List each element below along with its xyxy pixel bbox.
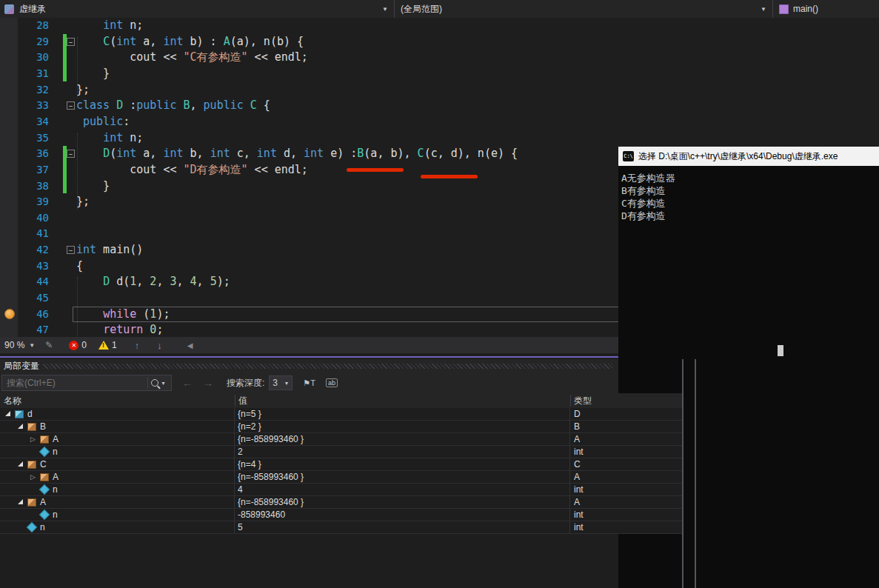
code-line-35[interactable]: 35 int n; (0, 130, 879, 147)
document-dropdown[interactable]: 虚继承 ▼ (0, 0, 395, 18)
object-icon (40, 473, 49, 481)
variable-row-n[interactable]: n4int (0, 484, 683, 496)
variable-name: d (27, 408, 33, 420)
zoom-dropdown[interactable]: 90 % ▼ (0, 340, 39, 350)
search-back-arrow-icon[interactable]: ← (182, 377, 193, 389)
locals-panel-title-bar[interactable]: 局部变量 (0, 359, 618, 372)
variable-row-B[interactable]: B{n=2 }B (0, 421, 683, 433)
search-forward-arrow-icon[interactable]: → (203, 377, 213, 389)
code-line-31[interactable]: 31 } (0, 66, 879, 82)
edit-indicator-icon[interactable]: ✎ (45, 340, 53, 350)
variable-row-C[interactable]: C{n=4 }C (0, 458, 683, 471)
line-number: 45 (0, 290, 49, 307)
variable-row-n[interactable]: n5int (0, 521, 683, 534)
object-icon (15, 410, 24, 418)
console-cursor (778, 345, 783, 356)
fold-marker-icon[interactable]: − (67, 246, 75, 254)
variable-value[interactable]: 2 (235, 446, 570, 458)
line-number: 31 (0, 66, 49, 82)
variable-value[interactable]: {n=4 } (235, 458, 570, 470)
field-icon (27, 522, 37, 532)
code-text: } (76, 178, 110, 195)
variable-value[interactable]: 5 (235, 521, 570, 533)
code-text: public: (76, 114, 130, 130)
panel-edge-line (695, 359, 696, 588)
code-text: }; (76, 194, 90, 210)
variable-value[interactable]: {n=-858993460 } (235, 496, 570, 508)
variable-row-d[interactable]: d{n=5 }D (0, 408, 683, 421)
scroll-left-icon[interactable]: ◀ (187, 341, 193, 350)
expander-open-icon[interactable] (17, 461, 26, 468)
chevron-down-icon: ▼ (29, 342, 35, 349)
line-number: 30 (0, 50, 49, 66)
variable-type: A (570, 471, 683, 483)
column-divider[interactable] (570, 395, 571, 407)
warning-icon[interactable] (98, 341, 109, 350)
code-text: D d(1, 2, 3, 4, 5); (76, 274, 230, 290)
line-number: 36 (0, 146, 49, 162)
variable-value[interactable]: {n=-858993460 } (235, 471, 570, 483)
variable-name: n (53, 446, 58, 458)
variable-row-A[interactable]: A{n=-858993460 }A (0, 433, 683, 446)
error-icon[interactable]: ✕ (69, 341, 78, 350)
code-line-29[interactable]: 29− C(int a, int b) : A(a), n(b) { (0, 34, 879, 50)
pin-column-icon-button[interactable]: ⚑T (303, 378, 315, 388)
locals-panel: 局部变量 ▼ ← → 搜索深度: 3 ▼ ⚑T ab 名称 值 类型 d{n=5… (0, 359, 697, 588)
locals-panel-title: 局部变量 (4, 361, 39, 371)
line-number: 39 (0, 194, 49, 210)
column-header-type[interactable]: 类型 (574, 393, 592, 408)
variable-value[interactable]: -858993460 (235, 509, 570, 521)
expander-closed-icon[interactable] (30, 435, 39, 443)
column-header-name[interactable]: 名称 (4, 393, 21, 408)
console-title-bar[interactable]: C:\ 选择 D:\桌面\c++\try\虚继承\x64\Debug\虚继承.e… (618, 147, 879, 166)
variable-value[interactable]: {n=-858993460 } (235, 433, 570, 445)
search-depth-select[interactable]: 3 ▼ (269, 375, 293, 390)
variable-value[interactable]: 4 (235, 484, 570, 495)
code-line-32[interactable]: 32}; (0, 82, 879, 98)
variable-row-n[interactable]: n-858993460int (0, 509, 683, 521)
expander-open-icon[interactable] (17, 498, 26, 506)
console-line: D有参构造 (621, 210, 675, 222)
search-icon[interactable] (151, 379, 158, 387)
error-count: 0 (81, 340, 87, 350)
expander-open-icon[interactable] (4, 410, 13, 418)
search-input[interactable] (2, 377, 141, 389)
line-number: 47 (0, 322, 49, 337)
fold-marker-icon[interactable]: − (67, 150, 75, 158)
code-line-30[interactable]: 30 cout << "C有参构造" << endl; (0, 50, 879, 66)
code-line-33[interactable]: 33−class D :public B, public C { (0, 98, 879, 114)
expander-open-icon[interactable] (17, 423, 26, 430)
code-line-34[interactable]: 34 public: (0, 114, 879, 130)
variable-value[interactable]: {n=2 } (235, 421, 570, 432)
variable-row-A[interactable]: A{n=-858993460 }A (0, 471, 683, 484)
code-line-28[interactable]: 28 int n; (0, 18, 879, 34)
name-cell: d (0, 408, 235, 420)
code-text: int n; (76, 130, 143, 147)
chevron-down-icon[interactable]: ▼ (161, 381, 166, 386)
variable-row-n[interactable]: n2int (0, 446, 683, 458)
variable-name: A (53, 433, 59, 445)
next-issue-arrow-icon[interactable]: ↓ (157, 340, 162, 351)
console-line: C有参构造 (621, 197, 675, 210)
console-line: A无参构造器 (621, 172, 675, 184)
variable-type: int (570, 484, 683, 495)
column-header-value[interactable]: 值 (238, 393, 247, 408)
column-divider[interactable] (235, 395, 235, 407)
code-text: D(int a, int b, int c, int d, int e) :B(… (76, 146, 518, 162)
line-number: 43 (0, 258, 49, 275)
locals-toolbar: ▼ ← → 搜索深度: 3 ▼ ⚑T ab (0, 372, 618, 393)
variable-type: D (570, 408, 683, 420)
fold-marker-icon[interactable]: − (67, 101, 75, 110)
console-title: 选择 D:\桌面\c++\try\虚继承\x64\Debug\虚继承.exe (638, 150, 838, 163)
variable-row-A[interactable]: A{n=-858993460 }A (0, 496, 683, 509)
fold-marker-icon[interactable]: − (67, 38, 75, 46)
variable-value[interactable]: {n=5 } (235, 408, 570, 420)
text-format-icon-button[interactable]: ab (326, 378, 338, 387)
code-text: while (1); (76, 307, 170, 323)
scope-dropdown[interactable]: (全局范围) ▼ (395, 0, 773, 18)
previous-issue-arrow-icon[interactable]: ↑ (135, 340, 140, 351)
search-input-container[interactable]: ▼ (1, 375, 172, 391)
warning-count: 1 (112, 340, 117, 350)
symbol-dropdown[interactable]: main() (773, 0, 879, 18)
expander-closed-icon[interactable] (30, 473, 39, 481)
